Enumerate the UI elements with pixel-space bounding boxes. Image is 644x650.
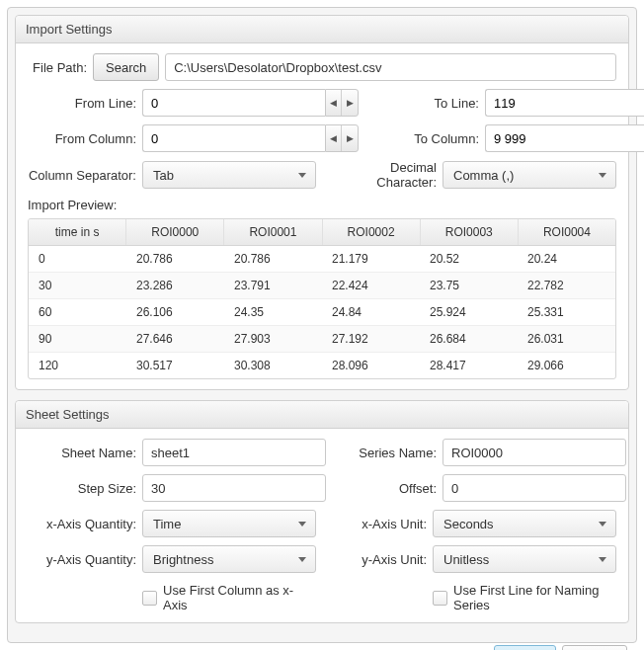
table-cell: 21.179 (322, 246, 420, 272)
table-cell: 29.066 (518, 353, 615, 378)
to-column-spinner[interactable]: ◀ ▶ (485, 124, 644, 152)
chevron-left-icon[interactable]: ◀ (326, 125, 342, 151)
table-cell: 0 (29, 246, 126, 272)
table-cell: 120 (29, 353, 126, 378)
table-cell: 20.24 (518, 246, 615, 272)
search-button[interactable]: Search (93, 53, 159, 81)
chevron-right-icon[interactable]: ▶ (342, 90, 358, 116)
table-cell: 25.331 (518, 299, 615, 325)
table-cell: 26.106 (126, 299, 224, 325)
table-cell: 26.684 (420, 326, 518, 352)
y-axis-quantity-select[interactable]: Brightness (142, 545, 316, 573)
sheet-settings-title: Sheet Settings (16, 401, 628, 429)
chevron-right-icon[interactable]: ▶ (342, 125, 358, 151)
from-line-spinner[interactable]: ◀ ▶ (142, 89, 359, 117)
table-row: 9027.64627.90327.19226.68426.031 (29, 326, 615, 353)
x-axis-quantity-label: x-Axis Quantity: (28, 517, 136, 531)
to-column-label: To Column: (370, 131, 479, 146)
x-axis-unit-label: x-Axis Unit: (328, 517, 427, 531)
table-cell: 20.786 (126, 246, 224, 272)
table-row: 12030.51730.30828.09628.41729.066 (29, 353, 615, 378)
table-cell: 22.424 (322, 273, 420, 298)
import-settings-title: Import Settings (16, 16, 628, 43)
table-header[interactable]: ROI0001 (224, 219, 322, 245)
table-cell: 20.786 (224, 246, 322, 272)
x-axis-quantity-select[interactable]: Time (142, 510, 316, 537)
from-column-label: From Column: (28, 131, 136, 146)
table-row: 020.78620.78621.17920.5220.24 (29, 246, 615, 273)
y-axis-unit-select[interactable]: Unitless (433, 545, 616, 573)
table-cell: 90 (29, 326, 126, 352)
use-first-column-checkbox[interactable] (142, 591, 157, 606)
from-line-input[interactable] (142, 89, 325, 117)
from-line-label: From Line: (28, 96, 136, 111)
step-size-label: Step Size: (28, 481, 136, 496)
use-first-line-checkbox[interactable] (433, 591, 447, 606)
decimal-character-select[interactable]: Comma (,) (443, 161, 616, 189)
table-header[interactable]: ROI0000 (126, 219, 224, 245)
x-axis-unit-select[interactable]: Seconds (433, 510, 616, 537)
offset-label: Offset: (338, 481, 437, 496)
use-first-line-label: Use First Line for Naming Series (453, 583, 616, 612)
import-preview-table: time in sROI0000ROI0001ROI0002ROI0003ROI… (28, 218, 616, 379)
from-column-input[interactable] (142, 124, 325, 152)
to-line-input[interactable] (485, 89, 644, 117)
table-header[interactable]: ROI0003 (421, 219, 519, 245)
table-cell: 22.782 (518, 273, 615, 298)
table-cell: 30.308 (224, 353, 322, 378)
y-axis-quantity-label: y-Axis Quantity: (28, 552, 136, 567)
step-size-input[interactable] (142, 474, 326, 502)
sheet-name-input[interactable] (142, 439, 326, 466)
table-cell: 28.096 (322, 353, 420, 378)
column-separator-select[interactable]: Tab (142, 161, 316, 189)
import-button[interactable]: Import (494, 645, 556, 650)
table-cell: 28.417 (420, 353, 518, 378)
table-cell: 27.903 (224, 326, 322, 352)
table-cell: 23.791 (224, 273, 322, 298)
table-cell: 24.84 (322, 299, 420, 325)
import-settings-panel: Import Settings File Path: Search From L… (15, 15, 629, 390)
table-cell: 20.52 (420, 246, 518, 272)
table-header[interactable]: ROI0002 (323, 219, 421, 245)
table-header[interactable]: ROI0004 (519, 219, 615, 245)
table-row: 6026.10624.3524.8425.92425.331 (29, 299, 615, 326)
to-line-label: To Line: (370, 96, 479, 111)
table-cell: 24.35 (224, 299, 322, 325)
table-cell: 27.646 (126, 326, 224, 352)
y-axis-unit-label: y-Axis Unit: (328, 552, 427, 567)
offset-input[interactable] (443, 474, 626, 502)
chevron-left-icon[interactable]: ◀ (326, 90, 342, 116)
table-cell: 30.517 (126, 353, 224, 378)
file-path-label: File Path: (28, 60, 87, 75)
to-line-spinner[interactable]: ◀ ▶ (485, 89, 644, 117)
file-path-input[interactable] (165, 53, 616, 81)
use-first-column-label: Use First Column as x-Axis (163, 583, 316, 612)
to-column-input[interactable] (485, 124, 644, 152)
table-cell: 27.192 (322, 326, 420, 352)
sheet-name-label: Sheet Name: (28, 446, 136, 460)
table-cell: 23.75 (420, 273, 518, 298)
table-cell: 26.031 (518, 326, 615, 352)
dialog-root: Import Settings File Path: Search From L… (7, 7, 637, 643)
table-cell: 25.924 (420, 299, 518, 325)
series-name-label: Series Name: (338, 446, 437, 460)
from-column-spinner[interactable]: ◀ ▶ (142, 124, 359, 152)
column-separator-label: Column Separator: (28, 168, 136, 183)
table-row: 3023.28623.79122.42423.7522.782 (29, 273, 615, 299)
table-cell: 23.286 (126, 273, 224, 298)
cancel-button[interactable]: Cancel (562, 645, 627, 650)
dialog-button-bar: Import Cancel (15, 643, 629, 650)
decimal-character-label: Decimal Character: (328, 160, 437, 190)
sheet-settings-panel: Sheet Settings Sheet Name: Series Name: … (15, 400, 629, 623)
table-cell: 60 (29, 299, 126, 325)
table-header[interactable]: time in s (29, 219, 126, 245)
import-preview-label: Import Preview: (28, 198, 616, 212)
series-name-input[interactable] (443, 439, 626, 466)
table-cell: 30 (29, 273, 126, 298)
